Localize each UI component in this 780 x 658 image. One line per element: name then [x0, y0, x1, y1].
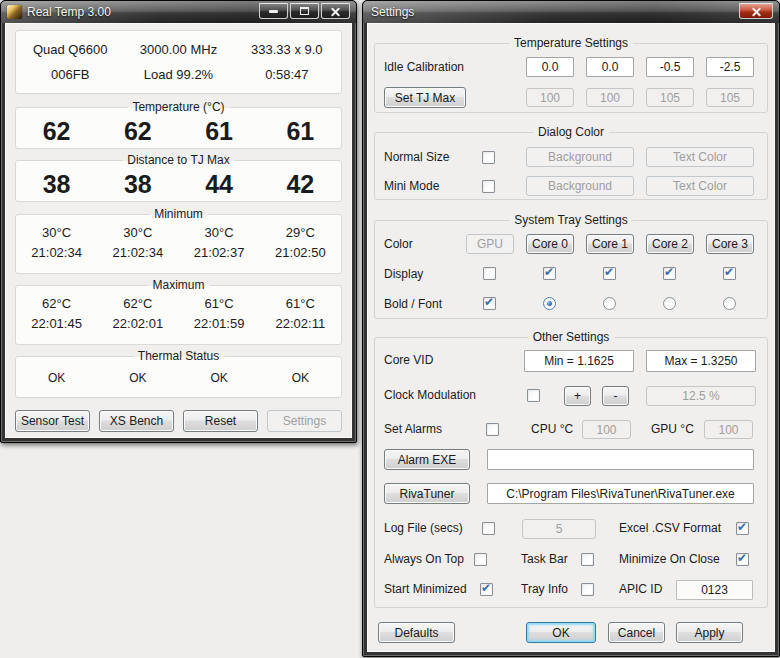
- min-core0-time: 21:02:34: [16, 245, 97, 261]
- thermal-core3-status: OK: [260, 370, 341, 386]
- apic-id-label: APIC ID: [619, 582, 662, 597]
- clock-minus-button[interactable]: -: [602, 386, 629, 406]
- alarm-exe-button[interactable]: Alarm EXE: [384, 449, 470, 470]
- display-core3-checkbox[interactable]: [723, 267, 736, 280]
- mini-background-button: Background: [526, 176, 634, 196]
- ok-button[interactable]: OK: [526, 622, 596, 643]
- temp-core0-value: 62: [16, 117, 97, 145]
- cpu-model: Quad Q6600: [16, 42, 124, 57]
- always-on-top-checkbox[interactable]: [474, 553, 487, 566]
- bold-checkbox[interactable]: [483, 297, 496, 310]
- display-core2-checkbox[interactable]: [663, 267, 676, 280]
- defaults-button[interactable]: Defaults: [378, 622, 455, 643]
- gpu-color-button: GPU: [466, 234, 514, 254]
- realtemp-window: Real Temp 3.00 Quad Q6600 3000.00 MHz 33…: [0, 0, 357, 443]
- font-core0-radio[interactable]: [543, 297, 556, 310]
- dist-core0-value: 38: [16, 170, 97, 198]
- minimize-on-close-label: Minimize On Close: [619, 552, 720, 567]
- display-gpu-checkbox[interactable]: [483, 267, 496, 280]
- min-core3-temp: 29°C: [260, 225, 341, 241]
- settings-client-area: Temperature Settings Idle Calibration 0.…: [367, 23, 775, 652]
- core0-color-button[interactable]: Core 0: [526, 234, 574, 254]
- idle-calibration-core1-field[interactable]: 0.0: [586, 57, 634, 77]
- settings-titlebar[interactable]: Settings: [363, 1, 779, 23]
- idle-calibration-label: Idle Calibration: [384, 60, 464, 75]
- min-core1-temp: 30°C: [97, 225, 178, 241]
- mini-mode-checkbox[interactable]: [482, 180, 495, 193]
- thermal-status-panel: Thermal Status OK OK OK OK: [15, 356, 342, 398]
- thermal-status-panel-title: Thermal Status: [133, 349, 224, 364]
- close-icon: [330, 7, 341, 16]
- rivatuner-button[interactable]: RivaTuner: [384, 483, 470, 504]
- settings-close-button[interactable]: [739, 3, 773, 19]
- apply-button[interactable]: Apply: [676, 622, 743, 643]
- maximize-icon: [300, 7, 309, 15]
- core2-color-button[interactable]: Core 2: [646, 234, 694, 254]
- core1-color-button[interactable]: Core 1: [586, 234, 634, 254]
- gpu-alarm-field: 100: [704, 420, 753, 439]
- normal-text-color-button: Text Color: [646, 147, 754, 167]
- normal-size-checkbox[interactable]: [482, 151, 495, 164]
- font-core3-radio[interactable]: [723, 297, 736, 310]
- display-core1-checkbox[interactable]: [603, 267, 616, 280]
- core-vid-label: Core VID: [384, 353, 433, 368]
- set-tjmax-button[interactable]: Set TJ Max: [384, 87, 466, 108]
- cpu-alarm-field: 100: [582, 420, 631, 439]
- log-file-label: Log File (secs): [384, 521, 463, 536]
- task-bar-checkbox[interactable]: [581, 553, 594, 566]
- xs-bench-button[interactable]: XS Bench: [99, 410, 174, 432]
- maximize-button[interactable]: [290, 3, 319, 19]
- vid-max-field: Max = 1.3250: [646, 350, 756, 372]
- distance-tjmax-panel-title: Distance to TJ Max: [122, 153, 234, 168]
- tjmax-core1-field: 100: [586, 88, 634, 107]
- max-core0-temp: 62°C: [16, 296, 97, 312]
- cancel-button[interactable]: Cancel: [608, 622, 665, 643]
- close-button[interactable]: [321, 3, 350, 19]
- apic-id-field[interactable]: 0123: [676, 580, 753, 600]
- clock-plus-button[interactable]: +: [564, 386, 591, 406]
- cpu-fsb-multiplier: 333.33 x 9.0: [233, 42, 341, 57]
- sensor-test-button[interactable]: Sensor Test: [15, 410, 90, 432]
- minimize-icon: [269, 10, 278, 13]
- normal-size-label: Normal Size: [384, 150, 449, 165]
- cpu-id: 006FB: [16, 67, 124, 82]
- maximum-panel-title: Maximum: [147, 278, 209, 293]
- core3-color-button[interactable]: Core 3: [706, 234, 754, 254]
- cpu-frequency: 3000.00 MHz: [124, 42, 232, 57]
- color-label: Color: [384, 237, 413, 252]
- csv-format-checkbox[interactable]: [736, 522, 749, 535]
- reset-button[interactable]: Reset: [183, 410, 258, 432]
- start-minimized-checkbox[interactable]: [480, 583, 493, 596]
- temp-core2-value: 61: [179, 117, 260, 145]
- bold-font-label: Bold / Font: [384, 297, 442, 312]
- settings-button: Settings: [267, 410, 342, 432]
- idle-calibration-core2-field[interactable]: -0.5: [646, 57, 694, 77]
- minimize-button[interactable]: [259, 3, 288, 19]
- temp-core1-value: 62: [97, 117, 178, 145]
- log-file-checkbox[interactable]: [482, 522, 495, 535]
- mini-text-color-button: Text Color: [646, 176, 754, 196]
- vid-min-field: Min = 1.1625: [524, 350, 634, 372]
- clock-modulation-checkbox[interactable]: [527, 389, 540, 402]
- tray-info-checkbox[interactable]: [581, 583, 594, 596]
- alarm-exe-path-field[interactable]: [487, 449, 754, 470]
- temperature-settings-group-title: Temperature Settings: [509, 36, 633, 51]
- display-core0-checkbox[interactable]: [543, 267, 556, 280]
- idle-calibration-core3-field[interactable]: -2.5: [706, 57, 754, 77]
- cpu-alarm-label: CPU °C: [531, 422, 573, 437]
- minimize-on-close-checkbox[interactable]: [736, 553, 749, 566]
- minimum-panel-title: Minimum: [149, 207, 208, 222]
- realtemp-app-icon: [7, 5, 22, 19]
- font-core2-radio[interactable]: [663, 297, 676, 310]
- temperature-settings-group: Temperature Settings Idle Calibration 0.…: [374, 43, 768, 113]
- idle-calibration-core0-field[interactable]: 0.0: [526, 57, 574, 77]
- set-alarms-checkbox[interactable]: [486, 423, 499, 436]
- thermal-core2-status: OK: [179, 370, 260, 386]
- csv-format-label: Excel .CSV Format: [619, 521, 721, 536]
- min-core2-time: 21:02:37: [179, 245, 260, 261]
- realtemp-titlebar[interactable]: Real Temp 3.00: [1, 1, 356, 23]
- font-core1-radio[interactable]: [603, 297, 616, 310]
- other-settings-group-title: Other Settings: [528, 330, 615, 345]
- realtemp-window-title: Real Temp 3.00: [27, 5, 111, 19]
- rivatuner-path-field[interactable]: C:\Program Files\RivaTuner\RivaTuner.exe: [487, 483, 754, 504]
